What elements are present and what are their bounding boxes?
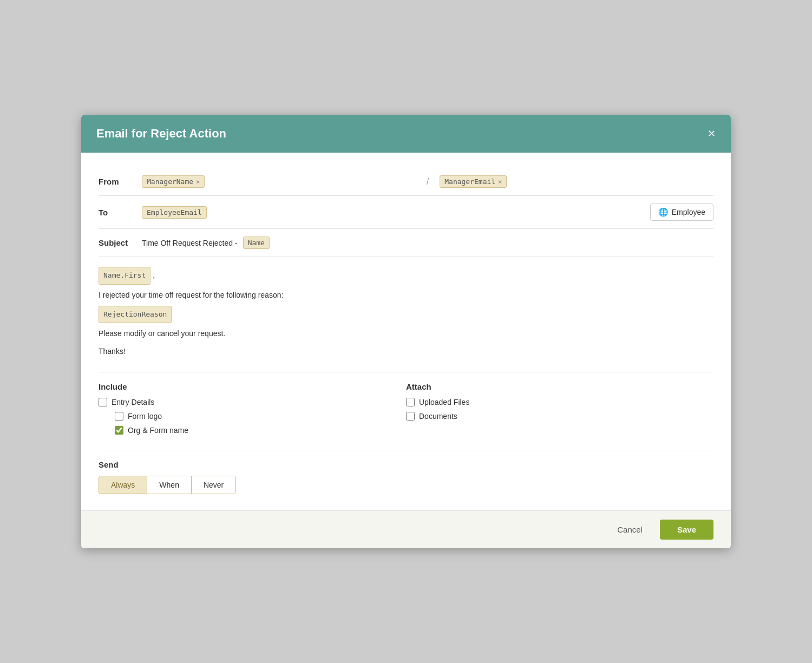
employee-email-tag: EmployeeEmail: [142, 206, 207, 219]
manager-name-tag-text: ManagerName: [147, 178, 193, 186]
send-title: Send: [99, 460, 713, 469]
comma: ,: [153, 271, 155, 279]
uploaded-files-label: Uploaded Files: [419, 398, 469, 406]
uploaded-files-checkbox[interactable]: [406, 398, 415, 406]
manager-name-remove[interactable]: ×: [196, 178, 200, 186]
documents-label: Documents: [419, 412, 457, 421]
from-label: From: [99, 177, 136, 186]
form-logo-label: Form logo: [128, 412, 162, 421]
subject-label: Subject: [99, 238, 136, 247]
to-label: To: [99, 208, 136, 217]
name-first-tag: Name.First: [99, 267, 150, 285]
entry-details-row: Entry Details: [99, 398, 406, 406]
body-line-1: Name.First ,: [99, 267, 713, 285]
name-tag: Name: [243, 237, 270, 249]
name-tag-text: Name: [248, 239, 265, 247]
send-section: Send Always When Never: [99, 450, 713, 500]
subject-row: Subject Time Off Request Rejected - Name: [99, 229, 713, 257]
uploaded-files-row: Uploaded Files: [406, 398, 713, 406]
from-left: ManagerName ×: [142, 175, 416, 188]
manager-email-remove[interactable]: ×: [498, 178, 502, 186]
close-button[interactable]: ✕: [708, 129, 716, 139]
body-line-3: Please modify or cancel your request.: [99, 326, 713, 341]
modal-body: From ManagerName × / ManagerEmail × To E…: [81, 153, 731, 510]
rejection-reason-tag-text: RejectionReason: [103, 308, 167, 321]
to-row: To EmployeeEmail 🌐 Employee: [99, 196, 713, 229]
org-form-checkbox[interactable]: [115, 426, 123, 435]
manager-email-tag-text: ManagerEmail: [444, 178, 495, 186]
attach-title: Attach: [406, 382, 713, 391]
modal-header: Email for Reject Action ✕: [81, 115, 731, 153]
from-right: ManagerEmail ×: [440, 175, 713, 188]
employee-email-tag-text: EmployeeEmail: [147, 208, 202, 216]
manager-name-tag: ManagerName ×: [142, 175, 205, 188]
org-form-label: Org & Form name: [128, 426, 188, 435]
form-logo-checkbox[interactable]: [115, 412, 123, 421]
org-form-row: Org & Form name: [115, 426, 406, 435]
documents-checkbox[interactable]: [406, 412, 415, 421]
modal-title: Email for Reject Action: [96, 127, 226, 141]
include-col: Include Entry Details Form logo Org & Fo…: [99, 382, 406, 440]
slash-divider: /: [427, 177, 429, 187]
send-when-button[interactable]: When: [147, 476, 192, 494]
body-line-reason: RejectionReason: [99, 306, 713, 324]
modal-footer: Cancel Save: [81, 510, 731, 548]
entry-details-label: Entry Details: [112, 398, 154, 406]
from-row: From ManagerName × / ManagerEmail ×: [99, 168, 713, 196]
documents-row: Documents: [406, 412, 713, 421]
employee-btn-label: Employee: [672, 208, 705, 216]
include-title: Include: [99, 382, 406, 391]
globe-icon: 🌐: [658, 207, 669, 217]
rejection-reason-tag: RejectionReason: [99, 306, 172, 324]
employee-button[interactable]: 🌐 Employee: [650, 204, 713, 221]
body-line-2: I rejected your time off request for the…: [99, 288, 713, 303]
cancel-button[interactable]: Cancel: [608, 521, 651, 539]
save-button[interactable]: Save: [660, 520, 713, 540]
name-first-tag-text: Name.First: [103, 269, 146, 283]
entry-details-checkbox[interactable]: [99, 398, 107, 406]
form-logo-row: Form logo: [115, 412, 406, 421]
to-content: EmployeeEmail: [142, 206, 645, 219]
include-attach-section: Include Entry Details Form logo Org & Fo…: [99, 372, 713, 450]
send-buttons: Always When Never: [99, 476, 236, 494]
subject-text: Time Off Request Rejected -: [142, 239, 238, 247]
email-reject-modal: Email for Reject Action ✕ From ManagerNa…: [81, 115, 731, 548]
send-never-button[interactable]: Never: [192, 476, 235, 494]
manager-email-tag: ManagerEmail ×: [440, 175, 507, 188]
body-line-4: Thanks!: [99, 344, 713, 359]
send-always-button[interactable]: Always: [99, 476, 147, 494]
email-body: Name.First , I rejected your time off re…: [99, 257, 713, 372]
attach-col: Attach Uploaded Files Documents: [406, 382, 713, 440]
